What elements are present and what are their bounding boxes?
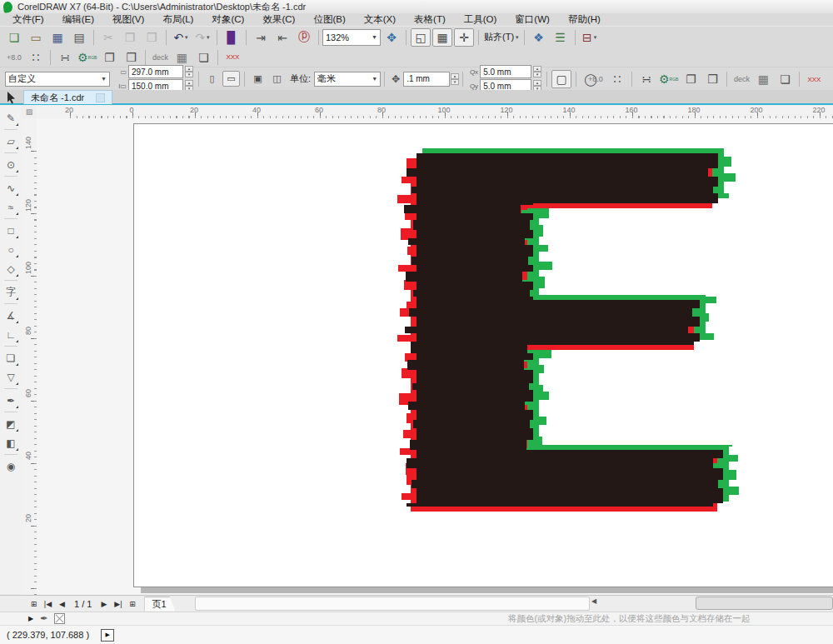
- paste-button[interactable]: ❒: [142, 28, 162, 47]
- artistic-media-tool[interactable]: ≈: [2, 199, 19, 216]
- copy-button[interactable]: ❐: [120, 28, 140, 47]
- deck-button[interactable]: deck: [150, 48, 170, 67]
- dimension-tool[interactable]: ∡: [2, 307, 19, 324]
- h-scrollbar-left-arrow[interactable]: ◀: [591, 597, 596, 605]
- landscape-button[interactable]: ▭: [222, 71, 240, 87]
- open-button[interactable]: ▭: [26, 28, 46, 47]
- zoom-tool[interactable]: ⊙: [2, 157, 19, 173]
- export-button[interactable]: ⇤: [272, 28, 292, 47]
- duplicate-x-field[interactable]: 5.0 mm: [480, 65, 531, 78]
- undo-button[interactable]: ↶▾: [171, 28, 191, 47]
- align-nodes-button[interactable]: ∺: [55, 48, 75, 67]
- treat-as-filled-toggle[interactable]: ▢: [551, 70, 571, 88]
- ellipse-tool[interactable]: ○: [2, 242, 19, 258]
- all-pages-button[interactable]: ▣: [249, 71, 267, 87]
- paste-properties-button[interactable]: ❒: [121, 48, 141, 67]
- drawing-area[interactable]: [37, 118, 833, 595]
- add-page-end-icon[interactable]: ⊞: [125, 597, 139, 611]
- color-convert-button[interactable]: ⚙RGB: [658, 70, 679, 88]
- nudge-field[interactable]: .1 mm: [403, 72, 450, 87]
- publish-pdf-button[interactable]: ⓟ: [294, 28, 314, 47]
- redo-button[interactable]: ↷▾: [192, 28, 212, 47]
- layers-button[interactable]: ❏: [775, 70, 795, 88]
- interactive-fill-tool[interactable]: ◩: [2, 416, 19, 432]
- connector-tool[interactable]: ∟: [2, 327, 19, 343]
- menu-item-b[interactable]: 位图(B): [304, 13, 354, 26]
- deck-button[interactable]: deck: [731, 70, 751, 88]
- transparency-tool[interactable]: ▽: [2, 369, 19, 386]
- pan-tool-button[interactable]: ✥: [382, 28, 402, 47]
- menu-item-l[interactable]: 布局(L): [153, 13, 202, 26]
- h-scrollbar-thumb[interactable]: [696, 597, 833, 610]
- fullscreen-preview-toggle[interactable]: ◱: [411, 28, 431, 47]
- print-button[interactable]: ▤: [69, 28, 89, 47]
- value-button[interactable]: +8.0: [586, 70, 606, 88]
- users-button[interactable]: ∷: [607, 70, 627, 88]
- menu-item-w[interactable]: 窗口(W): [506, 13, 559, 26]
- document-tab[interactable]: 未命名 -1.cdr: [23, 90, 112, 104]
- duplicate-x-spinner[interactable]: ▴▾: [533, 66, 541, 77]
- shape-tool[interactable]: ✎: [2, 110, 19, 127]
- drop-shadow-tool[interactable]: ❏: [2, 350, 19, 367]
- palette-expander-icon[interactable]: ▶: [28, 615, 33, 622]
- copy-properties-button[interactable]: ❐: [681, 70, 701, 88]
- menu-item-h[interactable]: 帮助(H): [559, 13, 610, 26]
- application-launcher-button[interactable]: ⊟▾: [580, 28, 600, 47]
- menu-item-t[interactable]: 表格(T): [405, 13, 455, 26]
- ruler-origin-icon[interactable]: ▨: [22, 105, 37, 119]
- launch-button[interactable]: ☰: [551, 28, 571, 47]
- layers-button[interactable]: ❏: [193, 48, 213, 67]
- color-convert-button[interactable]: ⚙RGB: [77, 48, 97, 67]
- outline-tool[interactable]: ◉: [2, 458, 19, 475]
- last-page-button[interactable]: ▶|: [111, 597, 125, 611]
- pick-tool[interactable]: [2, 91, 19, 104]
- xxx-macro-button[interactable]: XXX: [222, 48, 242, 67]
- snap-menu-button[interactable]: 贴齐(T)▾: [483, 28, 520, 47]
- menu-item-o[interactable]: 工具(O): [455, 13, 506, 26]
- zoom-level-combo[interactable]: 132%▼: [322, 29, 381, 46]
- nudge-spinner[interactable]: ▴▾: [451, 73, 459, 85]
- grid-red-button[interactable]: ▦: [172, 48, 192, 67]
- first-page-button[interactable]: |◀: [41, 597, 55, 611]
- import-button[interactable]: ⇥: [251, 28, 271, 47]
- options-button[interactable]: ❖: [529, 28, 549, 47]
- page-width-field[interactable]: 297.0 mm: [128, 65, 183, 78]
- cut-button[interactable]: ✂: [98, 28, 118, 47]
- rectangle-tool[interactable]: □: [2, 222, 19, 239]
- users-button[interactable]: ∷: [26, 48, 46, 67]
- previous-page-button[interactable]: ◀: [55, 597, 69, 611]
- menu-item-e[interactable]: 编辑(E): [53, 13, 103, 26]
- page-size-preset-combo[interactable]: 自定义▼: [5, 72, 110, 87]
- show-grid-toggle[interactable]: ▦: [432, 28, 452, 47]
- grid-red-button[interactable]: ▦: [753, 70, 773, 88]
- status-expand-button[interactable]: ▶: [101, 629, 114, 642]
- units-combo[interactable]: 毫米▼: [314, 72, 381, 87]
- menu-item-x[interactable]: 文本(X): [355, 13, 405, 26]
- show-guidelines-toggle[interactable]: ✛: [454, 28, 474, 47]
- polygon-tool[interactable]: ◇: [2, 261, 19, 277]
- copy-properties-button[interactable]: ❐: [99, 48, 119, 67]
- vertical-ruler[interactable]: 14012010080604020: [22, 118, 37, 595]
- align-nodes-button[interactable]: ∺: [636, 70, 656, 88]
- menu-item-c[interactable]: 对象(C): [202, 13, 253, 26]
- new-document-button[interactable]: ❏: [4, 28, 24, 47]
- next-page-button[interactable]: ▶: [97, 597, 111, 611]
- page-tab[interactable]: 页1: [144, 597, 175, 612]
- no-color-swatch[interactable]: [54, 613, 65, 624]
- text-tool[interactable]: 字: [2, 284, 19, 301]
- search-content-button[interactable]: ▉: [222, 28, 242, 47]
- palette-eyedropper-icon[interactable]: ✒: [40, 613, 47, 624]
- menu-item-c[interactable]: 效果(C): [253, 13, 304, 26]
- smart-fill-tool[interactable]: ◧: [2, 435, 19, 452]
- portrait-button[interactable]: ▯: [203, 71, 221, 87]
- tab-close-icon[interactable]: [96, 93, 105, 102]
- glitch-letter-e[interactable]: [400, 153, 733, 507]
- crop-tool[interactable]: ▱: [2, 133, 19, 150]
- horizontal-ruler[interactable]: 20020406080100120140160180200220: [37, 105, 833, 119]
- paste-properties-button[interactable]: ❒: [702, 70, 722, 88]
- menu-item-v[interactable]: 视图(V): [103, 13, 153, 26]
- add-page-icon[interactable]: ⊞: [27, 597, 41, 611]
- page-width-spinner[interactable]: ▴▾: [185, 66, 193, 77]
- xxx-macro-button[interactable]: XXX: [804, 70, 824, 88]
- menu-item-f[interactable]: 文件(F): [3, 13, 53, 26]
